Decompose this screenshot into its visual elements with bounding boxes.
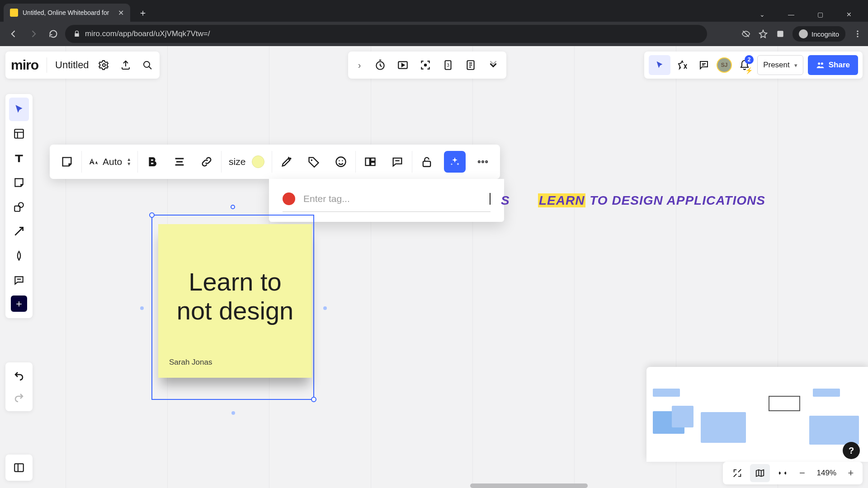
extensions-icon[interactable] [775, 29, 785, 39]
font-size-control[interactable]: Auto ▲▼ [83, 156, 137, 167]
sticky-note[interactable]: Learn to not design Sarah Jonas [158, 224, 312, 378]
tab-dropdown-icon[interactable]: ⌄ [754, 11, 770, 18]
settings-icon[interactable] [97, 58, 111, 72]
side-anchor[interactable] [323, 306, 327, 310]
incognito-indicator[interactable]: Incognito [793, 26, 845, 42]
divider [81, 151, 82, 173]
layout-button[interactable] [357, 149, 384, 174]
nav-back-button[interactable] [5, 26, 22, 42]
comments-icon[interactable] [696, 57, 712, 73]
sticky-text[interactable]: Learn to not design [169, 235, 301, 358]
minimap[interactable] [646, 367, 868, 462]
color-swatch[interactable] [252, 155, 264, 168]
notifications-button[interactable]: 2 ⚡ [736, 57, 753, 73]
pen-tool[interactable] [9, 244, 29, 267]
window-maximize-icon[interactable]: ▢ [812, 11, 828, 18]
lock-button[interactable] [413, 149, 440, 174]
more-options-button[interactable] [469, 149, 496, 174]
frames-panel-button[interactable] [5, 455, 33, 481]
horizontal-scrollbar[interactable] [470, 483, 588, 488]
toolbar-expand-icon[interactable]: › [353, 60, 366, 70]
help-button[interactable]: ? [843, 442, 860, 459]
tag-button[interactable] [300, 149, 327, 174]
avatar[interactable]: SJ [717, 57, 732, 73]
ai-button[interactable] [444, 151, 466, 173]
divider [47, 57, 47, 73]
bold-button[interactable] [139, 149, 166, 174]
fullscreen-button[interactable] [727, 464, 747, 482]
shape-tool[interactable] [9, 195, 29, 219]
add-tool-button[interactable]: ＋ [11, 296, 27, 312]
tag-color-dot[interactable] [283, 192, 295, 205]
canvas-text-fragment[interactable]: S [501, 193, 510, 208]
svg-point-17 [311, 160, 313, 161]
svg-rect-15 [14, 464, 24, 471]
search-icon[interactable] [141, 58, 154, 72]
fit-button[interactable] [773, 464, 793, 482]
window-minimize-icon[interactable]: — [783, 11, 799, 18]
tag-input[interactable] [303, 193, 436, 204]
rotate-handle[interactable] [231, 205, 235, 209]
resize-handle[interactable] [311, 397, 316, 402]
eye-off-icon[interactable] [741, 29, 751, 39]
nav-reload-button[interactable] [45, 26, 61, 42]
emoji-button[interactable] [327, 149, 354, 174]
svg-rect-21 [366, 158, 370, 165]
new-tab-button[interactable]: ＋ [135, 5, 151, 21]
svg-rect-0 [777, 31, 783, 37]
size-label: size [229, 156, 245, 167]
focus-icon[interactable] [417, 56, 434, 74]
window-close-icon[interactable]: ✕ [841, 11, 857, 18]
sticky-tool[interactable] [9, 171, 29, 194]
highlight-button[interactable] [273, 149, 300, 174]
minimap-viewport[interactable] [769, 396, 800, 411]
resize-handle[interactable] [149, 212, 155, 218]
miro-logo[interactable]: miro [11, 57, 38, 73]
browser-menu-icon[interactable] [853, 29, 863, 39]
zoom-value[interactable]: 149% [812, 469, 841, 478]
reactions-icon[interactable] [675, 57, 691, 73]
note-type-icon[interactable] [53, 149, 80, 174]
text-tool[interactable] [9, 146, 29, 170]
close-tab-icon[interactable]: ✕ [118, 9, 124, 17]
cursor-mode-button[interactable] [649, 55, 670, 75]
grid-line [472, 46, 473, 488]
minimap-shape [701, 412, 746, 443]
collab-toolbar: SJ 2 ⚡ Present ▾ Share [644, 52, 863, 79]
timer-icon[interactable] [372, 56, 389, 74]
arrow-tool[interactable] [9, 220, 29, 243]
browser-address-bar: miro.com/app/board/uXjVMqk7Vtw=/ Incogni… [0, 22, 868, 46]
align-button[interactable] [166, 149, 193, 174]
notes-icon[interactable] [462, 56, 479, 74]
undo-button[interactable] [9, 365, 29, 387]
comment-tool[interactable] [9, 268, 29, 292]
voting-icon[interactable]: 3 [439, 56, 457, 74]
side-anchor[interactable] [140, 306, 144, 310]
present-button[interactable]: Present ▾ [757, 55, 803, 75]
address-bar[interactable]: miro.com/app/board/uXjVMqk7Vtw=/ [65, 25, 707, 43]
link-button[interactable] [193, 149, 220, 174]
templates-tool[interactable] [9, 122, 29, 145]
board-title[interactable]: Untitled [55, 59, 89, 71]
side-anchor[interactable] [231, 411, 235, 415]
presentation-icon[interactable] [394, 56, 411, 74]
comment-button[interactable] [384, 149, 411, 174]
note-color-control[interactable]: size [222, 155, 271, 168]
share-button[interactable]: Share [808, 55, 858, 75]
zoom-out-button[interactable]: − [795, 467, 810, 479]
miro-favicon [10, 9, 18, 17]
nav-forward-button[interactable] [25, 26, 42, 42]
redo-button[interactable] [9, 387, 29, 408]
more-toolbar-icon[interactable] [485, 56, 502, 74]
browser-tab[interactable]: Untitled, Online Whiteboard for ✕ [4, 4, 130, 22]
stepper-icon[interactable]: ▲▼ [127, 157, 131, 166]
canvas-text[interactable]: LEARN TO DESIGN APPLICATIONS [538, 193, 765, 208]
board-header: miro Untitled [5, 52, 160, 79]
export-icon[interactable] [119, 58, 132, 72]
select-tool[interactable] [9, 98, 29, 121]
minimap-toggle[interactable] [750, 464, 770, 482]
top-toolbar: › 3 [348, 52, 506, 79]
star-icon[interactable] [758, 29, 768, 39]
svg-point-25 [478, 161, 481, 163]
zoom-in-button[interactable]: + [844, 467, 858, 479]
